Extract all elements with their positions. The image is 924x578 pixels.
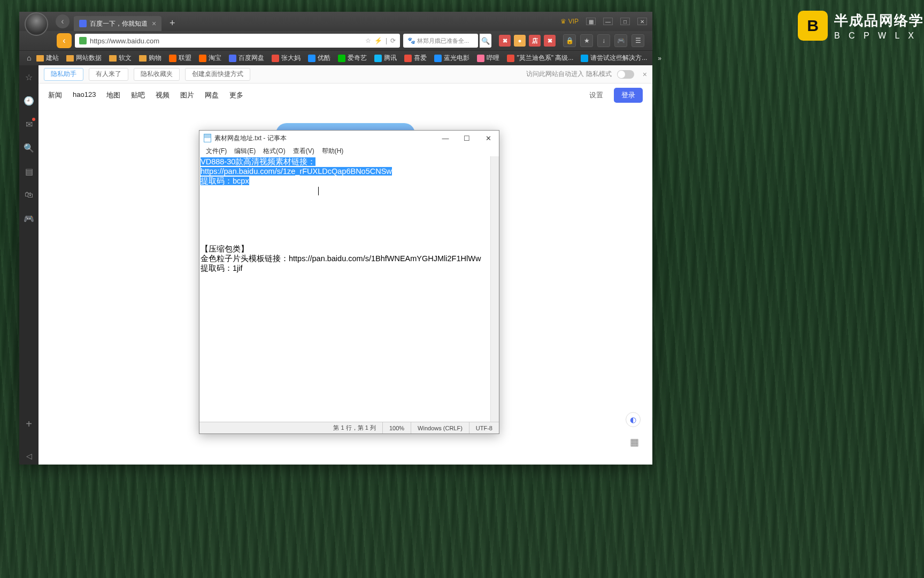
menu-item[interactable]: 文件(F) — [203, 146, 230, 157]
extension-icon[interactable]: ✖ — [544, 35, 556, 47]
favorites-icon[interactable]: ☆ — [24, 72, 34, 82]
menu-item[interactable]: 帮助(H) — [319, 146, 347, 157]
notepad-close-button[interactable]: ✕ — [478, 131, 499, 146]
minimize-button[interactable]: — — [603, 18, 613, 25]
vip-badge[interactable]: ♛ VIP — [560, 18, 579, 25]
flash-icon[interactable]: ⚡ — [374, 37, 382, 44]
scrollbar[interactable] — [490, 156, 499, 422]
settings-link[interactable]: 设置 — [589, 90, 603, 100]
home-icon[interactable]: ⌂ — [27, 54, 31, 63]
site-icon — [507, 55, 514, 62]
nav-link[interactable]: 地图 — [106, 90, 120, 100]
notice-close-icon[interactable]: × — [643, 70, 647, 79]
add-sidebar-button[interactable]: + — [26, 418, 32, 430]
menu-button[interactable]: ☰ — [632, 34, 644, 47]
nav-link[interactable]: 更多 — [229, 90, 243, 100]
site-icon — [477, 55, 484, 62]
visitors-button[interactable]: 有人来了 — [89, 68, 128, 81]
browser-tab[interactable]: 百度一下，你就知道 × — [74, 16, 161, 31]
history-icon[interactable]: 🕘 — [24, 95, 34, 106]
bookmark-item[interactable]: 腾讯 — [374, 54, 397, 63]
user-avatar[interactable] — [25, 12, 48, 36]
search-button[interactable]: 🔍 — [480, 34, 491, 48]
site-icon — [199, 55, 206, 62]
notepad-textarea[interactable]: VD888-30款高清视频素材链接：https://pan.baidu.com/… — [199, 156, 499, 422]
lock-button[interactable]: 🔒 — [563, 34, 576, 47]
assistant-icon[interactable]: ◐ — [626, 412, 641, 427]
notepad-minimize-button[interactable]: — — [435, 131, 456, 146]
watermark-logo: B — [798, 11, 828, 41]
search-icon[interactable]: 🔍 — [24, 142, 34, 153]
new-tab-button[interactable]: + — [166, 17, 179, 29]
site-icon — [229, 55, 236, 62]
bookmark-item[interactable]: "莫兰迪色系" 高级... — [507, 54, 573, 63]
bookmark-item[interactable]: 软文 — [109, 54, 132, 63]
create-shortcut-button[interactable]: 创建桌面快捷方式 — [185, 68, 250, 81]
baidu-nav: 新闻hao123地图贴吧视频图片网盘更多 设置 登录 — [38, 83, 652, 107]
history-back-icon[interactable]: ‹ — [56, 14, 70, 28]
star-icon[interactable]: ☆ — [365, 37, 371, 44]
refresh-icon[interactable]: ⟳ — [390, 37, 396, 44]
status-eol: Windows (CRLF) — [411, 422, 469, 434]
bookmark-item[interactable]: 爱奇艺 — [338, 54, 367, 63]
extension-icon[interactable]: ✖ — [499, 35, 511, 47]
close-button[interactable]: ✕ — [637, 18, 647, 25]
text-line: 金色粒子片头模板链接：https://pan.baidu.com/s/1BhfW… — [201, 254, 498, 263]
bookmark-item[interactable]: 网站数据 — [66, 54, 102, 63]
privacy-helper-button[interactable]: 隐私助手 — [44, 68, 83, 81]
game-icon[interactable]: 🎮 — [24, 213, 34, 224]
tab-close-icon[interactable]: × — [152, 19, 156, 28]
shopping-icon[interactable]: 🛍 — [24, 189, 34, 200]
notepad-icon — [204, 134, 211, 142]
site-icon — [404, 55, 412, 62]
skin-button[interactable]: ▦ — [586, 18, 596, 25]
notepad-menubar: 文件(F)编辑(E)格式(O)查看(V)帮助(H) — [199, 146, 499, 156]
bookmark-item[interactable]: 百度网盘 — [229, 54, 264, 63]
notepad-titlebar[interactable]: 素材网盘地址.txt - 记事本 — ☐ ✕ — [199, 131, 499, 146]
bookmarks-overflow-icon[interactable]: » — [658, 55, 661, 62]
notepad-maximize-button[interactable]: ☐ — [456, 131, 478, 146]
bookmark-item[interactable]: 蓝光电影 — [434, 54, 469, 63]
bookmark-item[interactable]: 淘宝 — [199, 54, 221, 63]
nav-link[interactable]: 新闻 — [48, 90, 62, 100]
nav-link[interactable]: 网盘 — [205, 90, 219, 100]
bookmark-item[interactable]: 哔哩 — [477, 54, 499, 63]
site-icon — [581, 55, 588, 62]
news-icon[interactable]: ▤ — [24, 166, 34, 177]
bookmark-item[interactable]: 喜爱 — [404, 54, 427, 63]
bookmark-item[interactable]: 张大妈 — [272, 54, 301, 63]
search-input[interactable]: 🐾 林郑月娥已准备全... — [403, 34, 478, 48]
mail-icon[interactable]: ✉ — [24, 119, 34, 130]
bookmark-item[interactable]: 请尝试这些解决方... — [581, 54, 647, 63]
nav-link[interactable]: hao123 — [73, 90, 96, 100]
menu-item[interactable]: 编辑(E) — [231, 146, 259, 157]
star-button[interactable]: ★ — [580, 34, 593, 47]
privacy-toggle[interactable] — [617, 70, 634, 79]
status-zoom: 100% — [382, 422, 411, 434]
notepad-title: 素材网盘地址.txt - 记事本 — [214, 134, 287, 143]
login-button[interactable]: 登录 — [614, 88, 643, 103]
bookmark-item[interactable]: 优酷 — [308, 54, 330, 63]
extension-icon[interactable]: 店 — [529, 35, 541, 47]
qrcode-icon[interactable]: ▦ — [628, 436, 641, 448]
paw-icon: 🐾 — [407, 37, 415, 44]
url-input[interactable]: https://www.baidu.com ☆⚡|⟳ — [75, 34, 400, 48]
nav-link[interactable]: 贴吧 — [131, 90, 145, 100]
nav-link[interactable]: 图片 — [180, 90, 194, 100]
collapse-sidebar-icon[interactable]: ◁ — [26, 452, 32, 460]
download-button[interactable]: ↓ — [597, 34, 610, 47]
maximize-button[interactable]: □ — [620, 18, 630, 25]
folder-icon — [139, 55, 147, 62]
menu-item[interactable]: 格式(O) — [260, 146, 288, 157]
bookmark-item[interactable]: 联盟 — [169, 54, 191, 63]
menu-item[interactable]: 查看(V) — [290, 146, 318, 157]
game-button[interactable]: 🎮 — [614, 34, 627, 47]
extension-icon[interactable]: ● — [514, 35, 526, 47]
bookmark-item[interactable]: 购物 — [139, 54, 161, 63]
bookmark-item[interactable]: 建站 — [36, 54, 59, 63]
nav-back-button[interactable]: ‹ — [57, 33, 72, 48]
private-favorites-button[interactable]: 隐私收藏夹 — [134, 68, 180, 81]
site-icon — [308, 55, 315, 62]
browser-titlebar[interactable]: ‹ 百度一下，你就知道 × + ♛ VIP ▦ — □ ✕ — [19, 12, 652, 31]
nav-link[interactable]: 视频 — [156, 90, 170, 100]
